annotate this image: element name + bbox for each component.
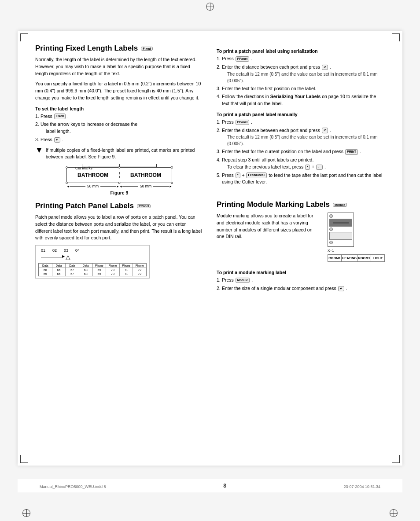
module-step-1: 1. Press Module . [217, 277, 385, 284]
pb-3: 67 [66, 272, 79, 276]
fixed-length-body1: Normally, the length of the label is det… [35, 56, 203, 77]
patch-num-4: 04 [75, 248, 80, 253]
fixed-badge: Fixed [141, 47, 152, 51]
corner-bl [20, 455, 28, 463]
ph-6: Phone [106, 264, 120, 268]
manual-step-2: 2. Enter the distance between each port … [217, 127, 385, 147]
enter-btn-4: ↵ [338, 286, 344, 292]
ph-5: Phone [93, 264, 107, 268]
pd-5: 69 [93, 268, 107, 272]
pb-5: 69 [93, 272, 107, 276]
page-number: 8 [223, 483, 226, 489]
bottom-right-crosshair [389, 509, 398, 517]
step-2-text: Use the arrow keys to increase or decrea… [41, 121, 203, 135]
ppanel-btn-2: PPanel [236, 120, 249, 125]
backspace-btn: ← [316, 165, 323, 170]
patch-num-1: 01 [41, 248, 45, 253]
note-icon: ▼ [35, 146, 43, 154]
corner-br [392, 455, 400, 463]
module-step-2: 2. Enter the size of a single modular co… [217, 285, 385, 292]
patch-panel-title-text: Printing Patch Panel Labels [35, 202, 134, 210]
patch-panel-body: Patch panel mode allows you to label a r… [35, 214, 203, 242]
module-x-label: X=1 [328, 249, 385, 253]
fixed-length-title: Printing Fixed Length Labels Fixed [35, 44, 203, 53]
set-label-length-title: To set the label length [35, 106, 203, 111]
module-rack [328, 213, 354, 247]
top-crosshair [206, 2, 214, 11]
star-btn-2: * [236, 172, 240, 178]
pb-6: 70 [106, 272, 120, 276]
pb-4: 68 [79, 272, 93, 276]
fixed-length-title-text: Printing Fixed Length Labels [35, 44, 138, 53]
serial-step-3: 3. Enter the text for the first position… [217, 85, 385, 92]
module-label-2: HEATING [342, 255, 357, 261]
bottom-margin [0, 506, 420, 521]
module-slot-2 [329, 232, 352, 240]
module-marking-title-text: Printing Module Marking Labels [217, 200, 330, 209]
ph-2: Data [52, 264, 66, 268]
manual-steps: 1. Press PPanel . 2. Enter the distance … [217, 119, 385, 186]
pb-1: 65 [39, 272, 52, 276]
patch-numbers-row: 01 02 03 04 [38, 247, 147, 253]
module-marking-title: Printing Module Marking Labels Module [217, 200, 385, 209]
pb-2: 66 [52, 272, 66, 276]
label-cell-right: BATHROOM [120, 172, 172, 178]
manual-step-3: 3. Enter the text for the current positi… [217, 148, 385, 155]
footer-filename: Manual_RhinoPRO5000_WEU.indd 8 [40, 484, 106, 489]
manual-step-1: 1. Press PPanel . [217, 119, 385, 126]
enter-btn-1: ↵ [54, 137, 60, 143]
pb-7: 71 [120, 272, 133, 276]
ph-7: Phone [120, 264, 133, 268]
pd-4: 68 [79, 268, 93, 272]
page-wrapper: Printing Fixed Length Labels Fixed Norma… [0, 0, 420, 521]
pb-8: 72 [133, 272, 146, 276]
ppanel-badge: PPanel [137, 204, 151, 208]
star-btn-1: * [305, 165, 310, 170]
patch-panel-title: Printing Patch Panel Labels PPanel [35, 202, 203, 210]
feed-recall-btn: Feed/Recall [246, 172, 267, 178]
corner-tl [20, 33, 28, 41]
step-1-text: Press Fixed . [41, 114, 69, 119]
manual-section-title: To print a patch panel label manually [217, 112, 385, 117]
enter-btn-2: ↵ [322, 65, 328, 70]
patch-data-row-bottom: 65 66 67 68 69 70 71 72 [39, 272, 146, 276]
right-column: To print a patch panel label using seria… [217, 44, 385, 296]
page-footer: Manual_RhinoPRO5000_WEU.indd 8 8 23-07-2… [18, 479, 402, 492]
dim-left: 50 mm [85, 184, 100, 188]
enter-btn-3: ↵ [322, 128, 328, 133]
pd-3: 67 [66, 268, 79, 272]
module-section-body: Module marking allows you to create a la… [217, 213, 385, 265]
step-3: 3. Press ↵ . [35, 136, 203, 143]
pd-8: 72 [133, 268, 146, 272]
module-label-strip: ROOM1 HEATING ROOM1 LIGHT [328, 254, 385, 262]
ph-3: Data [66, 264, 79, 268]
ppanel-btn-1: PPanel [236, 56, 249, 62]
module-badge: Module [333, 203, 347, 207]
ph-4: Data [79, 264, 93, 268]
serial-section-title: To print a patch panel label using seria… [217, 48, 385, 54]
manual-step-5: 5. Press * + Feed/Recall to feed the tap… [217, 172, 385, 186]
module-label-1: ROOM1 [328, 255, 342, 261]
label-cell-left: BATHROOM [67, 172, 120, 178]
step-1: 1. Press Fixed . [35, 113, 203, 120]
module-label-3: ROOM1 [357, 255, 371, 261]
patch-num-2: 02 [52, 248, 57, 253]
fixed-length-note: ▼ If multiple copies of a fixed-length l… [35, 147, 203, 161]
module-figure: X=1 ROOM1 HEATING ROOM1 LIGHT [328, 213, 385, 262]
step-3-text: Press ↵ . [41, 137, 63, 142]
patch-panel-figure: 01 02 03 04 ▶ △ Data [35, 245, 150, 279]
manual-step-4: 4. Repeat step 3 until all port labels a… [217, 157, 385, 171]
patch-data-table: Data Data Data Data Phone Phone Phone Ph… [38, 263, 147, 276]
module-body-paragraph: Module marking allows you to create a la… [217, 213, 321, 240]
module-btn: Module [236, 278, 250, 283]
module-label-4: LIGHT [371, 255, 384, 261]
step-2: 2. Use the arrow keys to increase or dec… [35, 121, 203, 135]
label-strip: BATHROOM BATHROOM [66, 167, 172, 183]
footer-date: 23-07-2004 10:51:34 [343, 484, 380, 489]
serial-step-1: 1. Press PPanel . [217, 55, 385, 62]
serial-step-2: 2. Enter the distance between each port … [217, 64, 385, 84]
two-column-layout: Printing Fixed Length Labels Fixed Norma… [35, 44, 385, 296]
module-body-text: Module marking allows you to create a la… [217, 213, 321, 265]
module-slot-1 [329, 219, 352, 227]
print-btn: PRINT [345, 149, 358, 155]
